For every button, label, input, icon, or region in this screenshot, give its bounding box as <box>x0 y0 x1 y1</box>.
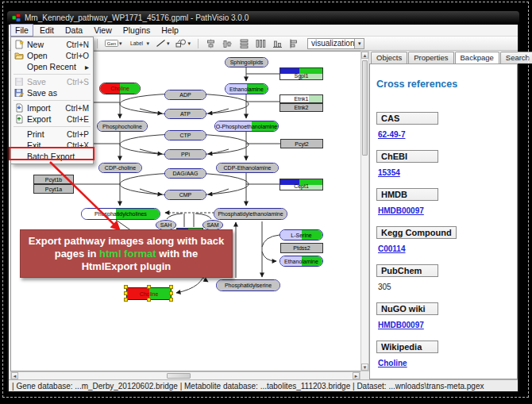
file-menu-item-new[interactable]: NewCtrl+N <box>11 39 93 50</box>
align-center-y-button[interactable] <box>220 37 235 50</box>
selection-handle[interactable] <box>169 285 173 289</box>
pathway-edge[interactable] <box>195 214 211 219</box>
selection-handle[interactable] <box>169 298 173 302</box>
shape-tool-button[interactable]: ▾ <box>173 37 193 50</box>
toolbar-tools: Gen▾Label▾▾▾ <box>102 37 303 50</box>
canvas-vertical-scrollbar[interactable]: ▲ ▼ <box>360 51 369 371</box>
menu-file[interactable]: File <box>10 24 33 37</box>
tab-search[interactable]: Search <box>500 52 532 63</box>
distribute-horizontal-button[interactable] <box>253 37 268 50</box>
scroll-up-icon[interactable]: ▲ <box>361 52 368 59</box>
file-menu-item-save[interactable]: SaveCtrl+S <box>11 76 93 87</box>
pathvisio-logo-icon <box>12 11 21 25</box>
pathway-node-phosphatidylethanolamine[interactable]: Phosphatidylethanolamine <box>214 208 287 220</box>
pathway-node-l-serine[interactable]: L-Serine <box>279 229 323 240</box>
selection-handle[interactable] <box>124 298 128 302</box>
tab-backpage[interactable]: Backpage <box>455 52 499 64</box>
pathway-node-pcyt1b[interactable]: Pcyt1b <box>33 175 74 184</box>
label-tool-button[interactable]: Label▾ <box>125 37 152 50</box>
vertical-scroll-thumb[interactable] <box>362 60 368 156</box>
pathway-node-o-phosphoethanolamine[interactable]: O-Phosphoethanolamine <box>214 121 279 132</box>
horizontal-scroll-thumb[interactable] <box>167 373 191 379</box>
reference-link[interactable]: HMDB00097 <box>378 321 424 329</box>
pathway-edge[interactable] <box>167 214 183 219</box>
pathway-node-sgpl1[interactable]: Sgpl1 <box>279 67 323 80</box>
distribute-vertical-button[interactable] <box>237 37 252 50</box>
line-tool-button[interactable]: ▾ <box>153 37 172 50</box>
node-label: CTP <box>165 131 206 140</box>
node-label: Pcyt1a <box>34 185 73 193</box>
file-menu-item-print[interactable]: PrintCtrl+P <box>11 129 93 140</box>
label-tool-dropdown-arrow-icon[interactable]: ▾ <box>146 40 149 47</box>
reference-link[interactable]: 62-49-7 <box>378 130 405 139</box>
reference-link[interactable]: C00114 <box>378 244 405 253</box>
reference-link[interactable]: Choline <box>378 359 407 367</box>
pathway-node-etnk2[interactable]: Etnk2 <box>279 103 323 112</box>
pathway-node-ctp[interactable]: CTP <box>164 130 206 140</box>
cross-reference-list: CAS62-49-7ChEBI15354HMDBHMDB00097Kegg Co… <box>376 110 511 367</box>
pathway-node-sphingolipids[interactable]: Sphingolipids <box>225 57 268 67</box>
pathway-node-dag-aag[interactable]: DAG/AAG <box>164 168 206 179</box>
scroll-down-icon[interactable]: ▼ <box>361 364 368 371</box>
pathway-node-cdp-ethanolamine[interactable]: CDP-Ethanolamine <box>216 163 279 173</box>
menu-view[interactable]: View <box>89 24 117 37</box>
menu-help[interactable]: Help <box>156 24 183 37</box>
menu-plugins[interactable]: Plugins <box>118 24 155 37</box>
pathway-edge[interactable] <box>262 235 279 247</box>
scroll-right-icon[interactable]: ► <box>353 372 360 379</box>
cross-reference-chebi: ChEBI15354 <box>376 148 511 177</box>
tab-properties[interactable]: Properties <box>408 52 453 63</box>
file-menu-item-open-recent[interactable]: Open Recent▸ <box>11 61 93 72</box>
gene-node-tool-dropdown-arrow-icon[interactable]: ▾ <box>119 40 122 47</box>
file-menu-item-import[interactable]: ImportCtrl+M <box>11 102 93 114</box>
pathway-node-cept1[interactable]: Cept1 <box>279 179 323 190</box>
shape-tool-dropdown-arrow-icon[interactable]: ▾ <box>187 40 191 47</box>
pathway-node-pcyt2[interactable]: Pcyt2 <box>280 139 323 148</box>
title-bar[interactable]: Mm_Kennedy_pathway_WP1771_45176.gpml - P… <box>7 11 519 25</box>
menu-data[interactable]: Data <box>60 24 87 37</box>
tab-objects[interactable]: Objects <box>371 52 407 63</box>
pathway-node-phosphocholine[interactable]: Phosphocholine <box>97 121 148 132</box>
pathway-node-ethanolamine[interactable]: Ethanolamine <box>279 256 323 267</box>
pathway-node-adp[interactable]: ADP <box>164 90 206 100</box>
pathway-node-phosphatidylcholines[interactable]: Phosphatidylcholines <box>81 208 160 220</box>
visualization-dropdown-arrow-icon[interactable]: ▾ <box>354 39 364 48</box>
status-text: | Gene database: ...m_Derby_20120602.bri… <box>12 382 484 391</box>
selection-handle[interactable] <box>124 285 128 289</box>
cross-reference-cas: CAS62-49-7 <box>376 110 511 139</box>
pathway-node-pcyt1a[interactable]: Pcyt1a <box>33 184 74 194</box>
pathway-edge[interactable] <box>262 252 276 261</box>
menu-separator <box>13 74 91 75</box>
file-menu-item-export[interactable]: ExportCtrl+E <box>11 114 93 125</box>
selection-handle[interactable] <box>124 291 128 295</box>
pathway-node-ppi[interactable]: PPi <box>164 149 206 160</box>
node-label: Pcyt1b <box>34 175 73 183</box>
file-menu-item-save-as[interactable]: Save as <box>11 87 93 98</box>
pathway-node-etnk1[interactable]: Etnk1 <box>279 94 323 103</box>
align-center-x-button[interactable] <box>203 37 218 50</box>
reference-source-header: NuGO wiki <box>376 302 438 315</box>
file-menu-item-open[interactable]: OpenCtrl+O <box>11 50 93 61</box>
pathway-node-atp[interactable]: ATP <box>164 109 206 119</box>
pathway-node-phosphatidylserine[interactable]: Phosphatidylserine <box>216 279 280 291</box>
pathway-node-ethanolamine[interactable]: Ethanolamine <box>225 83 268 94</box>
pathway-node-cmp[interactable]: CMP <box>164 190 206 200</box>
gene-node-tool-button[interactable]: Gen▾ <box>102 37 125 50</box>
selection-handle[interactable] <box>169 291 173 295</box>
line-tool-dropdown-arrow-icon[interactable]: ▾ <box>167 40 170 47</box>
align-bottom-button[interactable] <box>270 37 285 50</box>
pathway-node-choline[interactable]: Choline <box>99 83 141 94</box>
align-left-button[interactable] <box>287 37 302 50</box>
menu-shortcut: Ctrl+P <box>67 130 89 139</box>
reference-link[interactable]: HMDB00097 <box>378 206 424 215</box>
selection-handle[interactable] <box>147 298 151 302</box>
node-label: Sphingolipids <box>226 58 268 67</box>
pathway-node-cdp-choline[interactable]: CDP-choline <box>98 163 142 173</box>
reference-link[interactable]: 15354 <box>378 168 400 177</box>
scroll-left-icon[interactable]: ◄ <box>11 372 18 379</box>
pathway-node-ptdss2[interactable]: Ptdss2 <box>280 243 323 253</box>
selection-handle[interactable] <box>147 285 151 289</box>
node-label: Choline <box>100 83 140 94</box>
visualization-combobox[interactable]: visualization ▾ <box>307 38 364 49</box>
menu-edit[interactable]: Edit <box>35 24 59 37</box>
